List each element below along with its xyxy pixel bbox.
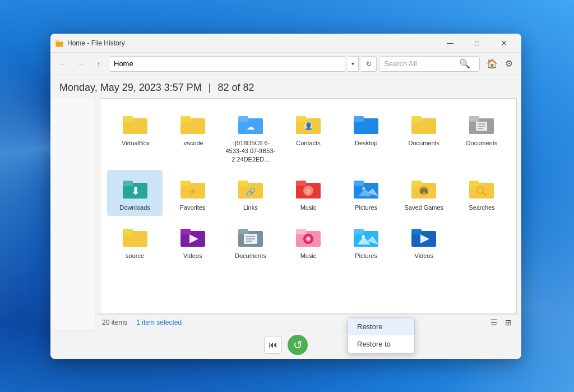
item-count: 20 items <box>102 319 127 326</box>
minimize-button[interactable]: — <box>437 34 463 53</box>
file-label: Documents <box>235 252 266 260</box>
file-label: Pictures <box>355 204 377 211</box>
folder-music-icon: ♪ <box>295 174 322 201</box>
list-item[interactable]: ☁ ::{018D5C6 6-4533-43 07-9B53-2 24DE2ED… <box>223 105 278 168</box>
toolbar-icons: 🏠 ⚙ <box>484 56 517 72</box>
folder-contacts-icon: 👤 <box>295 110 322 137</box>
grid-view-button[interactable]: ⊞ <box>502 316 515 329</box>
maximize-button[interactable]: □ <box>464 34 490 53</box>
search-icon: 🔍 <box>459 58 470 69</box>
list-item[interactable]: Music <box>280 218 336 264</box>
list-item[interactable]: .vscode <box>165 105 220 168</box>
list-item[interactable]: Pictures <box>339 170 394 216</box>
file-label: Searches <box>469 204 494 211</box>
address-input[interactable]: Home <box>109 56 345 72</box>
file-history-window: Home - File History — □ ✕ ← → ↑ Home ▾ ↻… <box>50 34 521 359</box>
search-input[interactable] <box>384 59 457 68</box>
list-item[interactable]: Searches <box>454 170 510 216</box>
nav-control: ⏮ ↺ <box>264 335 308 355</box>
back-button[interactable]: ← <box>55 56 71 72</box>
file-label: Music <box>300 204 317 211</box>
svg-rect-72 <box>411 229 422 234</box>
prev-button[interactable]: ⏮ <box>264 336 282 354</box>
home-button[interactable]: 🏠 <box>484 56 500 72</box>
restore-circle-button[interactable]: ↺ <box>288 335 308 355</box>
svg-text:☁: ☁ <box>247 122 254 131</box>
file-label: Documents <box>408 139 439 147</box>
forward-button[interactable]: → <box>73 56 89 72</box>
file-label: Downloads <box>119 204 150 211</box>
list-item[interactable]: Desktop <box>339 105 394 168</box>
svg-text:♪: ♪ <box>307 187 311 195</box>
list-item[interactable]: 🔗 Links <box>223 170 278 216</box>
svg-rect-62 <box>296 229 306 234</box>
list-item[interactable]: Videos <box>396 218 452 264</box>
svg-rect-38 <box>354 181 364 186</box>
bottom-bar: ⏮ ↺ Restore Restore to <box>50 330 521 359</box>
date-bar: Monday, May 29, 2023 3:57 PM | 82 of 82 <box>50 75 521 98</box>
selected-count: 1 item selected <box>136 319 182 326</box>
list-item[interactable]: 🎮 Saved Games <box>396 170 452 216</box>
file-label: Music <box>300 252 317 260</box>
sidebar <box>50 98 95 330</box>
page-count: 82 of 82 <box>218 82 254 94</box>
svg-rect-34 <box>296 181 306 186</box>
svg-rect-56 <box>238 229 248 234</box>
up-button[interactable]: ↑ <box>91 56 107 72</box>
svg-rect-19 <box>469 116 479 122</box>
address-dropdown[interactable]: ▾ <box>348 56 359 72</box>
search-box[interactable]: 🔍 <box>379 56 480 72</box>
list-item[interactable]: Pictures <box>339 218 394 264</box>
file-label: Videos <box>183 252 202 260</box>
file-label: source <box>126 252 144 260</box>
file-grid: .VirtualBox .vscode ☁ <box>100 98 517 314</box>
file-label: Desktop <box>355 139 377 147</box>
window-controls: — □ ✕ <box>437 34 517 53</box>
file-label: .VirtualBox <box>120 139 150 147</box>
folder-documents2-icon <box>468 110 495 137</box>
folder-links-icon: 🔗 <box>237 174 264 201</box>
folder-videos-icon <box>179 223 206 250</box>
svg-text:🎮: 🎮 <box>420 187 428 195</box>
folder-searches-icon <box>468 174 495 201</box>
folder-savedgames-icon: 🎮 <box>410 174 437 201</box>
file-label: ::{018D5C6 6-4533-43 07-9B53-2 24DE2ED..… <box>225 139 276 163</box>
svg-rect-11 <box>296 116 306 122</box>
list-item[interactable]: Documents <box>396 105 452 168</box>
list-item[interactable]: source <box>107 218 163 264</box>
list-item[interactable]: ⬇ Downloads <box>107 170 163 216</box>
folder-desktop-icon <box>353 110 379 137</box>
file-area: .VirtualBox .vscode ☁ <box>95 98 521 330</box>
list-item[interactable]: Videos <box>165 218 220 264</box>
settings-button[interactable]: ⚙ <box>501 56 517 72</box>
svg-text:★: ★ <box>189 187 197 196</box>
svg-rect-31 <box>238 181 248 186</box>
date-separator: | <box>209 82 211 94</box>
prev-icon: ⏮ <box>269 340 277 350</box>
context-menu: Restore Restore to <box>348 317 415 353</box>
folder-music2-icon <box>295 223 322 250</box>
refresh-button[interactable]: ↻ <box>361 56 377 72</box>
restore-menu-item[interactable]: Restore <box>348 318 414 335</box>
list-view-button[interactable]: ☰ <box>488 316 500 329</box>
list-item[interactable]: Documents <box>454 105 510 168</box>
svg-rect-28 <box>180 181 191 186</box>
svg-point-65 <box>307 238 309 240</box>
list-item[interactable]: 👤 Contacts <box>280 105 336 168</box>
list-item[interactable]: Documents <box>223 218 278 264</box>
window-title: Home - File History <box>67 39 437 47</box>
restore-to-menu-item[interactable]: Restore to <box>348 335 414 353</box>
svg-text:🔗: 🔗 <box>246 187 256 197</box>
svg-rect-53 <box>180 229 191 234</box>
folder-videos2-icon <box>410 223 437 250</box>
list-item[interactable]: ★ Favorites <box>165 170 220 216</box>
file-label: Documents <box>466 139 498 147</box>
list-item[interactable]: .VirtualBox <box>107 105 163 168</box>
list-item[interactable]: ♪ Music <box>280 170 336 216</box>
window-icon <box>55 39 64 48</box>
folder-downloads-icon: ⬇ <box>122 174 149 201</box>
close-button[interactable]: ✕ <box>491 34 517 53</box>
svg-rect-4 <box>123 116 133 122</box>
file-label: Pictures <box>355 252 377 260</box>
svg-text:⬇: ⬇ <box>131 186 139 197</box>
